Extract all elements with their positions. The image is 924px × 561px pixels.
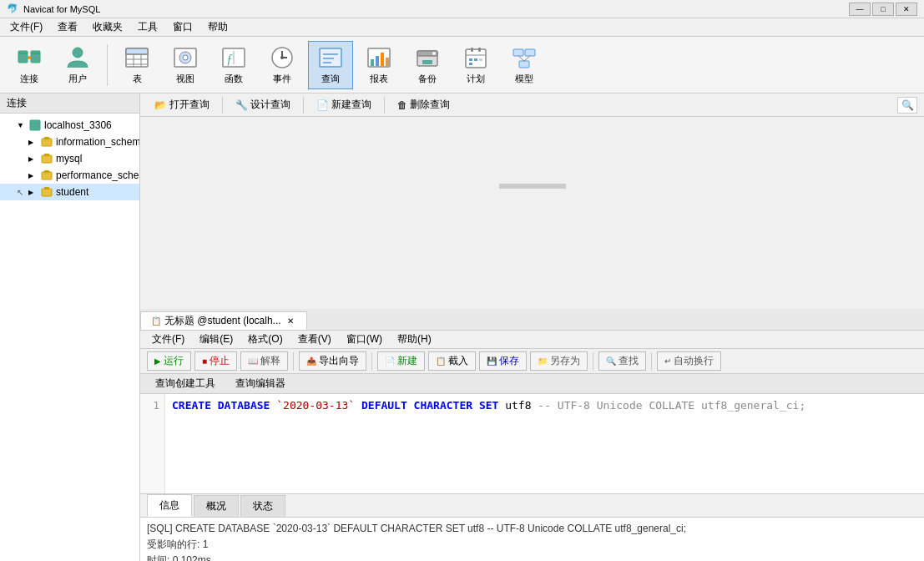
tab-editor[interactable]: 查询编辑器 (227, 374, 294, 393)
cursor-indicator: ↖ (17, 188, 28, 197)
menu-window[interactable]: 窗口 (166, 18, 199, 36)
qm-view[interactable]: 查看(V) (291, 331, 338, 348)
menu-help[interactable]: 帮助 (201, 18, 235, 36)
toolbar-model[interactable]: 模型 (502, 41, 547, 89)
tab-title: 无标题 @student (localh... (164, 314, 281, 328)
user-icon (64, 44, 91, 71)
design-query-label: 设计查询 (250, 98, 290, 112)
schema-arrow: ▶ (28, 139, 40, 146)
find-label: 查找 (619, 354, 639, 368)
saveas-label: 另存为 (550, 354, 580, 368)
toolbar-backup[interactable]: 备份 (405, 41, 450, 89)
toolbar-view[interactable]: 视图 (163, 41, 208, 89)
maximize-button[interactable]: □ (872, 3, 894, 16)
minimize-button[interactable]: — (849, 3, 871, 16)
new-icon: 📄 (385, 356, 395, 366)
toolbar-report[interactable]: 报表 (356, 41, 401, 89)
saveas-icon: 📁 (538, 356, 548, 366)
upper-area: 📂 打开查询 🔧 设计查询 📄 新建查询 🗑 删除查询 (140, 94, 924, 309)
svg-rect-13 (126, 48, 148, 54)
menu-file[interactable]: 文件(F) (3, 18, 49, 36)
svg-rect-42 (474, 58, 477, 61)
qm-file[interactable]: 文件(F) (145, 331, 191, 348)
sidebar-item-mysql[interactable]: ▶ mysql (0, 150, 139, 167)
model-icon (511, 44, 538, 71)
svg-rect-46 (525, 49, 535, 56)
sidebar-item-performance-schema[interactable]: ▶ performance_schema (0, 167, 139, 184)
code-content[interactable]: CREATE DATABASE `2020-03-13` DEFAULT CHA… (165, 394, 924, 493)
qm-help[interactable]: 帮助(H) (391, 331, 438, 348)
svg-rect-3 (31, 53, 40, 54)
open-query-label: 打开查询 (169, 98, 210, 112)
new-query-button[interactable]: 📄 新建查询 (309, 95, 379, 114)
sql-result-line: [SQL] CREATE DATABASE `2020-03-13` DEFAU… (147, 523, 917, 534)
server-arrow: ▼ (17, 121, 28, 129)
report-label: 报表 (370, 73, 388, 85)
toolbar-table[interactable]: 表 (114, 41, 159, 89)
close-button[interactable]: ✕ (896, 3, 917, 16)
code-editor[interactable]: 1 CREATE DATABASE `2020-03-13` DEFAULT C… (140, 394, 924, 494)
find-button[interactable]: 🔍 查找 (598, 351, 646, 371)
toolbar-event[interactable]: 事件 (260, 41, 305, 89)
toolbar-schedule[interactable]: 计划 (453, 41, 498, 89)
svg-point-23 (280, 56, 284, 59)
title-bar: 🐬 Navicat for MySQL — □ ✕ (0, 0, 924, 18)
sidebar-item-server[interactable]: ▼ localhost_3306 (0, 117, 139, 134)
query-editor-area: 文件(F) 编辑(E) 格式(O) 查看(V) 窗口(W) 帮助(H) ▶ 运行… (140, 331, 924, 561)
search-button[interactable]: 🔍 (897, 97, 917, 114)
menu-bar: 文件(F) 查看 收藏夹 工具 窗口 帮助 (0, 18, 924, 37)
tab-close-button[interactable]: ✕ (285, 316, 296, 327)
window-controls[interactable]: — □ ✕ (849, 3, 917, 16)
insert-button[interactable]: 📋 截入 (428, 351, 476, 371)
new-button[interactable]: 📄 新建 (377, 351, 425, 371)
toolbar-func[interactable]: ƒ 函数 (211, 41, 256, 89)
sidebar-item-information-schema[interactable]: ▶ information_schema (0, 134, 139, 150)
save-button[interactable]: 💾 保存 (479, 351, 527, 371)
schema-arrow: ▶ (28, 155, 40, 163)
delete-query-button[interactable]: 🗑 删除查询 (390, 95, 457, 114)
result-tab-status[interactable]: 状态 (240, 495, 285, 517)
qm-window[interactable]: 窗口(W) (340, 331, 389, 348)
toolbar-connect[interactable]: 连接 (7, 41, 52, 89)
qa-sep4 (651, 352, 652, 371)
menu-view[interactable]: 查看 (51, 18, 84, 36)
sidebar-item-student[interactable]: ↖ ▶ student (0, 184, 139, 200)
export-button[interactable]: 📤 导出向导 (299, 351, 366, 371)
svg-point-16 (183, 55, 188, 60)
saveas-button[interactable]: 📁 另存为 (530, 351, 588, 371)
qm-edit[interactable]: 编辑(E) (193, 331, 240, 348)
server-label: localhost_3306 (44, 119, 112, 131)
svg-rect-36 (422, 60, 432, 64)
query-menu-bar: 文件(F) 编辑(E) 格式(O) 查看(V) 窗口(W) 帮助(H) (140, 331, 924, 349)
result-tab-info[interactable]: 信息 (147, 494, 192, 517)
affected-rows: 受影响的行: 1 (147, 538, 917, 552)
svg-rect-59 (42, 189, 52, 196)
tab-builder[interactable]: 查询创建工具 (147, 374, 224, 393)
svg-rect-58 (44, 170, 49, 173)
toolbar-query[interactable]: 查询 (308, 41, 353, 89)
explain-button[interactable]: 📖 解释 (240, 351, 288, 371)
menu-tools[interactable]: 工具 (131, 18, 164, 36)
insert-icon: 📋 (436, 356, 446, 366)
result-tab-overview[interactable]: 概况 (194, 495, 239, 517)
auto-button[interactable]: ↵ 自动换行 (657, 351, 721, 371)
qm-format[interactable]: 格式(O) (241, 331, 289, 348)
connect-label: 连接 (20, 73, 38, 85)
qtb-sep1 (222, 97, 223, 114)
toolbar-user[interactable]: 用户 (55, 41, 100, 89)
run-button[interactable]: ▶ 运行 (147, 351, 191, 371)
schema-icon (40, 152, 53, 165)
code-line-1[interactable]: CREATE DATABASE `2020-03-13` DEFAULT CHA… (172, 397, 917, 415)
svg-rect-60 (44, 187, 49, 190)
backup-icon (414, 44, 441, 71)
svg-line-48 (518, 56, 524, 61)
svg-rect-45 (513, 49, 523, 56)
design-query-button[interactable]: 🔧 设计查询 (228, 95, 298, 114)
stop-button[interactable]: ■ 停止 (194, 351, 237, 371)
func-icon: ƒ (220, 44, 247, 71)
query-tab-untitled[interactable]: 📋 无标题 @student (localh... ✕ (140, 311, 307, 330)
menu-favorites[interactable]: 收藏夹 (86, 18, 129, 36)
open-query-icon: 📂 (154, 99, 167, 111)
delete-query-label: 删除查询 (410, 98, 450, 112)
open-query-button[interactable]: 📂 打开查询 (147, 95, 217, 114)
